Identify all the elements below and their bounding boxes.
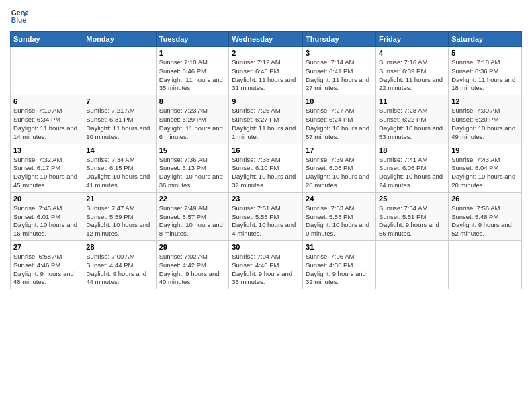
day-number: 3 — [306, 49, 373, 57]
day-number: 6 — [13, 97, 80, 105]
day-info: Sunrise: 7:43 AM Sunset: 6:04 PM Dayligh… — [451, 156, 519, 190]
day-number: 11 — [379, 97, 445, 105]
calendar-cell — [376, 241, 449, 289]
calendar-cell: 23Sunrise: 7:51 AM Sunset: 5:55 PM Dayli… — [229, 192, 303, 240]
calendar-cell: 18Sunrise: 7:41 AM Sunset: 6:06 PM Dayli… — [376, 144, 449, 192]
day-number: 22 — [159, 195, 226, 203]
day-number: 18 — [379, 146, 445, 154]
day-header-monday: Monday — [83, 32, 156, 47]
calendar-cell: 19Sunrise: 7:43 AM Sunset: 6:04 PM Dayli… — [449, 144, 522, 192]
day-number: 27 — [13, 243, 80, 251]
day-number: 28 — [86, 243, 152, 251]
day-info: Sunrise: 7:12 AM Sunset: 6:43 PM Dayligh… — [232, 58, 300, 93]
logo-icon: General Blue — [10, 7, 29, 26]
calendar-cell — [83, 47, 156, 95]
calendar-cell: 24Sunrise: 7:53 AM Sunset: 5:53 PM Dayli… — [303, 192, 376, 240]
calendar-cell: 15Sunrise: 7:36 AM Sunset: 6:13 PM Dayli… — [156, 144, 229, 192]
calendar-cell: 30Sunrise: 7:04 AM Sunset: 4:40 PM Dayli… — [229, 241, 303, 289]
day-number: 21 — [86, 195, 152, 203]
day-info: Sunrise: 7:32 AM Sunset: 6:17 PM Dayligh… — [13, 156, 80, 190]
calendar-cell: 28Sunrise: 7:00 AM Sunset: 4:44 PM Dayli… — [83, 241, 156, 289]
calendar-cell: 13Sunrise: 7:32 AM Sunset: 6:17 PM Dayli… — [11, 144, 83, 192]
day-info: Sunrise: 7:36 AM Sunset: 6:13 PM Dayligh… — [159, 156, 226, 190]
day-info: Sunrise: 7:02 AM Sunset: 4:42 PM Dayligh… — [159, 253, 226, 287]
day-info: Sunrise: 7:47 AM Sunset: 5:59 PM Dayligh… — [86, 204, 152, 238]
page-header: General Blue — [10, 7, 522, 26]
calendar-cell: 31Sunrise: 7:06 AM Sunset: 4:38 PM Dayli… — [303, 241, 376, 289]
day-info: Sunrise: 7:23 AM Sunset: 6:29 PM Dayligh… — [159, 107, 226, 141]
day-number: 1 — [159, 49, 226, 57]
day-number: 4 — [379, 49, 445, 57]
calendar-cell: 10Sunrise: 7:27 AM Sunset: 6:24 PM Dayli… — [303, 95, 376, 144]
day-number: 17 — [306, 146, 373, 154]
calendar-cell: 5Sunrise: 7:18 AM Sunset: 6:36 PM Daylig… — [449, 47, 522, 95]
day-info: Sunrise: 7:38 AM Sunset: 6:10 PM Dayligh… — [232, 156, 300, 190]
day-header-saturday: Saturday — [449, 32, 522, 47]
day-number: 25 — [379, 195, 445, 203]
day-info: Sunrise: 7:06 AM Sunset: 4:38 PM Dayligh… — [306, 253, 373, 287]
calendar-cell: 12Sunrise: 7:30 AM Sunset: 6:20 PM Dayli… — [449, 95, 522, 144]
day-info: Sunrise: 7:14 AM Sunset: 6:41 PM Dayligh… — [306, 58, 373, 93]
day-number: 24 — [306, 195, 373, 203]
calendar-cell: 3Sunrise: 7:14 AM Sunset: 6:41 PM Daylig… — [303, 47, 376, 95]
calendar-cell — [11, 47, 83, 95]
day-number: 23 — [232, 195, 300, 203]
day-info: Sunrise: 7:10 AM Sunset: 6:46 PM Dayligh… — [159, 58, 226, 93]
day-info: Sunrise: 7:45 AM Sunset: 6:01 PM Dayligh… — [13, 204, 80, 238]
day-info: Sunrise: 7:25 AM Sunset: 6:27 PM Dayligh… — [232, 107, 300, 141]
day-number: 30 — [232, 243, 300, 251]
svg-text:Blue: Blue — [11, 17, 27, 24]
day-number: 5 — [451, 49, 519, 57]
calendar-cell: 22Sunrise: 7:49 AM Sunset: 5:57 PM Dayli… — [156, 192, 229, 240]
calendar-cell: 27Sunrise: 6:58 AM Sunset: 4:46 PM Dayli… — [11, 241, 83, 289]
day-number: 31 — [306, 243, 373, 251]
day-number: 14 — [86, 146, 152, 154]
day-info: Sunrise: 7:19 AM Sunset: 6:34 PM Dayligh… — [13, 107, 80, 141]
calendar-table: SundayMondayTuesdayWednesdayThursdayFrid… — [10, 31, 522, 289]
calendar-week-4: 20Sunrise: 7:45 AM Sunset: 6:01 PM Dayli… — [11, 192, 522, 240]
calendar-cell: 20Sunrise: 7:45 AM Sunset: 6:01 PM Dayli… — [11, 192, 83, 240]
calendar-cell: 2Sunrise: 7:12 AM Sunset: 6:43 PM Daylig… — [229, 47, 303, 95]
day-info: Sunrise: 7:16 AM Sunset: 6:39 PM Dayligh… — [379, 58, 445, 93]
calendar-cell: 26Sunrise: 7:56 AM Sunset: 5:48 PM Dayli… — [449, 192, 522, 240]
day-info: Sunrise: 7:41 AM Sunset: 6:06 PM Dayligh… — [379, 156, 445, 190]
day-info: Sunrise: 7:27 AM Sunset: 6:24 PM Dayligh… — [306, 107, 373, 141]
day-header-wednesday: Wednesday — [229, 32, 303, 47]
day-info: Sunrise: 7:54 AM Sunset: 5:51 PM Dayligh… — [379, 204, 445, 238]
day-info: Sunrise: 7:30 AM Sunset: 6:20 PM Dayligh… — [451, 107, 519, 141]
day-number: 2 — [232, 49, 300, 57]
day-header-friday: Friday — [376, 32, 449, 47]
day-info: Sunrise: 7:04 AM Sunset: 4:40 PM Dayligh… — [232, 253, 300, 287]
calendar-cell: 8Sunrise: 7:23 AM Sunset: 6:29 PM Daylig… — [156, 95, 229, 144]
day-info: Sunrise: 7:39 AM Sunset: 6:08 PM Dayligh… — [306, 156, 373, 190]
day-header-thursday: Thursday — [303, 32, 376, 47]
calendar-cell: 9Sunrise: 7:25 AM Sunset: 6:27 PM Daylig… — [229, 95, 303, 144]
day-number: 20 — [13, 195, 80, 203]
calendar-cell — [449, 241, 522, 289]
calendar-cell: 7Sunrise: 7:21 AM Sunset: 6:31 PM Daylig… — [83, 95, 156, 144]
day-info: Sunrise: 7:21 AM Sunset: 6:31 PM Dayligh… — [86, 107, 152, 141]
day-number: 19 — [451, 146, 519, 154]
day-number: 12 — [451, 97, 519, 105]
day-info: Sunrise: 7:28 AM Sunset: 6:22 PM Dayligh… — [379, 107, 445, 141]
logo: General Blue — [10, 7, 29, 26]
header-row: SundayMondayTuesdayWednesdayThursdayFrid… — [11, 32, 522, 47]
day-number: 15 — [159, 146, 226, 154]
day-info: Sunrise: 7:56 AM Sunset: 5:48 PM Dayligh… — [451, 204, 519, 238]
calendar-cell: 6Sunrise: 7:19 AM Sunset: 6:34 PM Daylig… — [11, 95, 83, 144]
calendar-cell: 11Sunrise: 7:28 AM Sunset: 6:22 PM Dayli… — [376, 95, 449, 144]
day-info: Sunrise: 6:58 AM Sunset: 4:46 PM Dayligh… — [13, 253, 80, 287]
day-number: 7 — [86, 97, 152, 105]
day-number: 10 — [306, 97, 373, 105]
calendar-week-5: 27Sunrise: 6:58 AM Sunset: 4:46 PM Dayli… — [11, 241, 522, 289]
calendar-cell: 4Sunrise: 7:16 AM Sunset: 6:39 PM Daylig… — [376, 47, 449, 95]
calendar-cell: 14Sunrise: 7:34 AM Sunset: 6:15 PM Dayli… — [83, 144, 156, 192]
day-info: Sunrise: 7:51 AM Sunset: 5:55 PM Dayligh… — [232, 204, 300, 238]
day-info: Sunrise: 7:49 AM Sunset: 5:57 PM Dayligh… — [159, 204, 226, 238]
calendar-cell: 21Sunrise: 7:47 AM Sunset: 5:59 PM Dayli… — [83, 192, 156, 240]
calendar-cell: 29Sunrise: 7:02 AM Sunset: 4:42 PM Dayli… — [156, 241, 229, 289]
day-info: Sunrise: 7:34 AM Sunset: 6:15 PM Dayligh… — [86, 156, 152, 190]
calendar-cell: 16Sunrise: 7:38 AM Sunset: 6:10 PM Dayli… — [229, 144, 303, 192]
day-info: Sunrise: 7:00 AM Sunset: 4:44 PM Dayligh… — [86, 253, 152, 287]
day-header-sunday: Sunday — [11, 32, 83, 47]
